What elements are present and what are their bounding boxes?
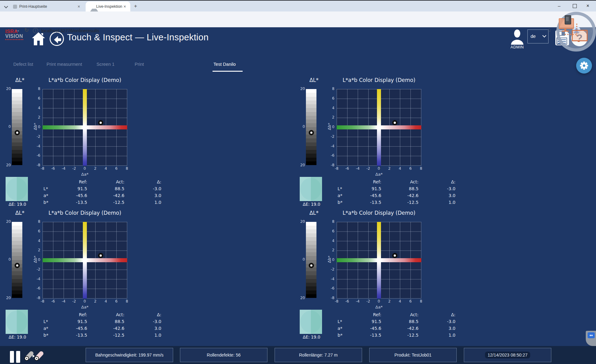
- delta-l-bar: [12, 222, 22, 298]
- settings-gear-button[interactable]: [576, 58, 592, 74]
- lab-plot: [337, 89, 421, 166]
- roll-change-icon[interactable]: [23, 350, 43, 362]
- left-right-arrows-icon: ↔: [588, 332, 595, 338]
- forward-icon[interactable]: →: [14, 27, 20, 34]
- dl-axis-top-label: 20: [300, 87, 305, 91]
- a-axis-color-band: [43, 125, 127, 129]
- active-tab-underline: [213, 71, 243, 72]
- language-value: de: [531, 34, 536, 39]
- delta-e-label: ΔE: 19.0: [6, 335, 29, 339]
- y-tick: 0: [33, 125, 40, 129]
- delta-l-title: ΔL*: [10, 77, 30, 83]
- tab-close-icon[interactable]: ×: [123, 4, 126, 9]
- remote-panel-handle[interactable]: ↔: [586, 331, 596, 346]
- gear-icon: [576, 58, 592, 74]
- y-tick: 8: [327, 87, 334, 91]
- window-maximize-button[interactable]: [573, 4, 577, 8]
- pause-icon[interactable]: [10, 351, 20, 363]
- datetime-box: 12/14/2023 08:50:27: [464, 348, 551, 362]
- browser-tab-live-inspektion[interactable]: Live-Inspektion ×: [86, 2, 130, 11]
- x-tick: -6: [343, 299, 352, 303]
- delta-l-title: ΔL*: [304, 77, 324, 83]
- lab-plot: [337, 222, 421, 299]
- x-tick: 4: [101, 299, 110, 303]
- chevron-down-icon: [542, 34, 546, 38]
- address-bar[interactable]: localhost:32776/onlineresults: [41, 28, 99, 33]
- y-tick: 8: [33, 219, 40, 224]
- tab-search-chevron-icon[interactable]: [3, 3, 9, 10]
- a-axis-color-band: [43, 258, 127, 262]
- delta-l-title: ΔL*: [10, 210, 30, 216]
- x-tick: 6: [406, 166, 415, 171]
- x-axis-label: Δa*: [43, 172, 127, 177]
- roll-defects-box: Rollendefekte: 56: [180, 348, 267, 362]
- x-tick: -6: [343, 166, 352, 171]
- dl-marker: [15, 130, 20, 135]
- x-tick: -4: [353, 166, 362, 171]
- nav-tab-test-danilo[interactable]: Test Danilo: [213, 62, 236, 67]
- y-tick: -6: [33, 153, 40, 158]
- lab-panel: ΔL* L*a*b Color Display (Demo) 20 0 20 Δ…: [6, 77, 179, 207]
- window-minimize-button[interactable]: –: [558, 3, 560, 8]
- y-tick: -4: [33, 277, 40, 281]
- tab-label: Live-Inspektion: [96, 4, 122, 9]
- roll-length-box: Rollenlänge: 7.27 m: [275, 348, 362, 362]
- tab-label: Print-Hauptseite: [19, 4, 47, 9]
- x-tick: 6: [112, 166, 121, 171]
- y-tick: -4: [327, 277, 334, 281]
- x-tick: -4: [59, 166, 68, 171]
- x-tick: -4: [59, 299, 68, 303]
- x-tick: 0: [374, 166, 383, 171]
- y-tick: -6: [327, 153, 334, 158]
- chart-title: L*a*b Color Display (Demo): [337, 77, 421, 83]
- x-axis-label: Δa*: [43, 305, 127, 309]
- a-axis-color-band: [337, 125, 421, 129]
- back-arrow-icon[interactable]: [50, 32, 64, 46]
- chart-title: L*a*b Color Display (Demo): [43, 210, 127, 216]
- nav-tab-print-measurment[interactable]: Print measurment: [47, 62, 82, 67]
- monitor-outline-icon: [572, 30, 588, 41]
- x-axis-label: Δa*: [337, 172, 421, 177]
- color-swatch: [300, 310, 322, 334]
- swatch-circle: [6, 178, 27, 200]
- home-icon[interactable]: [31, 31, 46, 47]
- new-tab-button[interactable]: +: [134, 3, 137, 9]
- x-tick: 0: [80, 299, 89, 303]
- dl-marker: [309, 130, 314, 135]
- y-tick: -6: [327, 286, 334, 290]
- site-info-icon[interactable]: i: [33, 28, 38, 33]
- reload-icon[interactable]: ↻: [24, 27, 29, 34]
- nav-tab-screen-1[interactable]: Screen 1: [96, 62, 114, 67]
- x-tick: -6: [49, 299, 57, 303]
- language-select[interactable]: de: [527, 29, 549, 43]
- y-tick: 2: [33, 248, 40, 252]
- delta-l-bar: [306, 222, 316, 298]
- y-tick: 6: [33, 229, 40, 233]
- y-tick: 0: [33, 258, 40, 262]
- y-tick: 8: [327, 219, 334, 224]
- browser-tab-print-hauptseite[interactable]: Print-Hauptseite ×: [9, 2, 83, 11]
- dl-axis-top-label: 20: [300, 219, 305, 224]
- product-box: Produkt: TestJob01: [369, 348, 457, 362]
- nav-tab-defect-list[interactable]: Defect list: [13, 62, 33, 67]
- phone-icon: [565, 15, 571, 25]
- x-tick: 8: [417, 299, 425, 303]
- bookmark-star-icon[interactable]: ☆: [547, 27, 551, 34]
- x-tick: 2: [91, 166, 100, 171]
- delta-l-bar: [12, 89, 22, 165]
- a-axis-color-band: [337, 258, 421, 262]
- view-nav: Defect listPrint measurmentScreen 1Print…: [0, 61, 596, 73]
- window-close-button[interactable]: ×: [586, 3, 589, 9]
- x-tick: -8: [332, 299, 341, 303]
- user-button[interactable]: ADMIN: [509, 29, 525, 49]
- x-tick: 6: [112, 299, 121, 303]
- user-avatar-icon: [509, 29, 525, 45]
- tab-close-icon[interactable]: ×: [78, 4, 80, 9]
- dl-axis-bottom-label: 20: [300, 163, 305, 167]
- delta-l-bar: [306, 89, 316, 165]
- dl-axis-top-label: 20: [6, 219, 11, 224]
- back-icon[interactable]: ←: [5, 27, 11, 34]
- y-tick: -2: [327, 134, 334, 139]
- page-title: Touch & Inspect — Live-Inspektion: [67, 32, 208, 43]
- nav-tab-print[interactable]: Print: [135, 62, 144, 67]
